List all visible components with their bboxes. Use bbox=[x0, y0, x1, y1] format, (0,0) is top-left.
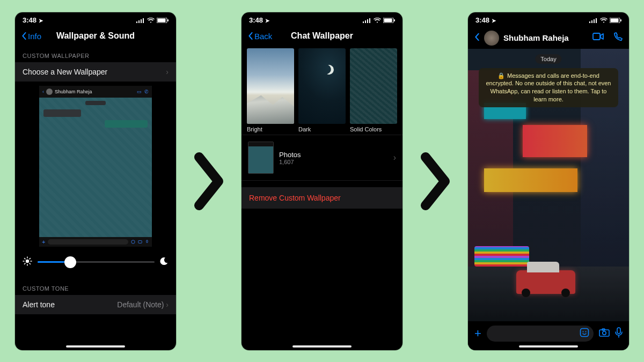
category-thumb bbox=[298, 48, 346, 124]
chevron-right-icon: › bbox=[393, 153, 396, 162]
voice-call-button[interactable] bbox=[613, 32, 623, 44]
slider-thumb[interactable] bbox=[64, 256, 76, 268]
nav-bar: Back Chat Wallpaper bbox=[241, 28, 402, 45]
wallpaper-preview: ‹ Shubham Raheja ▭ ✆ + bbox=[23, 86, 169, 247]
photos-label: Photos bbox=[279, 151, 301, 159]
svg-point-36 bbox=[586, 331, 587, 332]
encryption-notice[interactable]: 🔒Messages and calls are end-to-end encry… bbox=[479, 68, 618, 107]
svg-line-17 bbox=[25, 263, 25, 264]
battery-icon bbox=[610, 18, 621, 23]
alert-tone-row[interactable]: Alert tone Default (Note) › bbox=[15, 295, 176, 314]
camera-icon bbox=[138, 240, 142, 244]
choose-wallpaper-label: Choose a New Wallpaper bbox=[23, 68, 107, 76]
category-thumb bbox=[247, 48, 294, 124]
sun-icon bbox=[23, 256, 32, 268]
wallpaper-category-grid: Bright Dark Solid Colors bbox=[241, 45, 402, 135]
chat-nav-bar: Shubham Raheja bbox=[468, 28, 629, 49]
home-indicator[interactable] bbox=[519, 345, 578, 348]
back-button[interactable] bbox=[474, 33, 480, 43]
sticker-icon bbox=[131, 240, 135, 244]
svg-rect-5 bbox=[158, 18, 166, 22]
camera-button[interactable] bbox=[599, 328, 610, 339]
tutorial-triptych: 3:48 ➤ Info Wallpaper & Sound CUSTOM WAL… bbox=[0, 0, 644, 362]
back-label: Back bbox=[254, 32, 272, 41]
battery-icon bbox=[383, 18, 395, 23]
status-indicators bbox=[589, 18, 621, 23]
category-label: Solid Colors bbox=[350, 126, 397, 132]
preview-body bbox=[39, 98, 152, 237]
status-indicators bbox=[363, 18, 395, 23]
dimming-slider[interactable] bbox=[38, 261, 155, 263]
home-indicator[interactable] bbox=[66, 345, 125, 348]
svg-rect-2 bbox=[141, 19, 142, 23]
location-icon: ➤ bbox=[492, 18, 496, 24]
alert-tone-value: Default (Note) › bbox=[117, 300, 169, 309]
svg-rect-27 bbox=[591, 20, 592, 23]
svg-line-16 bbox=[30, 263, 30, 264]
lock-icon: 🔒 bbox=[497, 72, 505, 79]
back-label: Info bbox=[28, 32, 41, 41]
sticker-button[interactable] bbox=[580, 328, 589, 339]
status-bar: 3:48 ➤ bbox=[241, 12, 402, 28]
chat-preview: ‹ Shubham Raheja ▭ ✆ + bbox=[39, 86, 152, 247]
category-dark[interactable]: Dark bbox=[298, 48, 346, 133]
svg-point-7 bbox=[131, 240, 135, 243]
battery-icon bbox=[157, 18, 169, 23]
svg-rect-29 bbox=[596, 18, 597, 23]
video-icon: ▭ bbox=[137, 89, 142, 94]
alert-tone-label: Alert tone bbox=[23, 300, 55, 309]
signal-icon bbox=[136, 18, 145, 23]
status-time: 3:48 ➤ bbox=[475, 16, 496, 24]
screen-chat-wallpaper: 3:48 ➤ Back Chat Wallpaper Bright Dark bbox=[241, 12, 402, 350]
photos-row[interactable]: Photos 1,607 › bbox=[241, 135, 402, 181]
location-icon: ➤ bbox=[265, 18, 269, 24]
svg-rect-9 bbox=[147, 240, 148, 242]
svg-rect-25 bbox=[394, 19, 395, 21]
back-button[interactable]: Info bbox=[21, 32, 41, 41]
category-solid-colors[interactable]: Solid Colors bbox=[350, 48, 397, 133]
svg-rect-21 bbox=[367, 19, 368, 23]
svg-rect-3 bbox=[143, 18, 144, 23]
screen-chat-with-wallpaper: 3:48 ➤ Shubham Raheja bbox=[468, 12, 629, 350]
message-input[interactable] bbox=[487, 326, 594, 342]
signal-icon bbox=[589, 18, 598, 23]
mic-button[interactable] bbox=[615, 327, 623, 340]
chevron-right-icon: › bbox=[166, 300, 169, 309]
svg-point-10 bbox=[26, 259, 29, 262]
section-header-wallpaper: CUSTOM WALLPAPER bbox=[15, 45, 176, 62]
preview-input-bar: + bbox=[39, 237, 152, 247]
chat-body[interactable]: Today 🔒Messages and calls are end-to-end… bbox=[468, 49, 629, 321]
svg-point-35 bbox=[583, 331, 584, 332]
status-bar: 3:48 ➤ bbox=[468, 12, 629, 28]
status-time: 3:48 ➤ bbox=[249, 16, 269, 24]
svg-rect-19 bbox=[363, 21, 364, 23]
back-button[interactable]: Back bbox=[248, 32, 272, 41]
svg-rect-32 bbox=[620, 19, 621, 21]
svg-rect-24 bbox=[384, 18, 392, 22]
home-indicator[interactable] bbox=[292, 345, 352, 348]
moon-icon bbox=[160, 257, 169, 268]
remove-custom-wallpaper[interactable]: Remove Custom Wallpaper bbox=[241, 187, 402, 209]
contact-name[interactable]: Shubham Raheja bbox=[503, 33, 569, 42]
avatar[interactable] bbox=[484, 31, 499, 46]
svg-rect-40 bbox=[617, 328, 620, 334]
choose-wallpaper-row[interactable]: Choose a New Wallpaper › bbox=[15, 62, 176, 82]
svg-rect-6 bbox=[167, 19, 169, 21]
status-bar: 3:48 ➤ bbox=[15, 12, 176, 28]
arrow-right-icon bbox=[416, 149, 454, 213]
page-title: Chat Wallpaper bbox=[291, 31, 353, 41]
wifi-icon bbox=[600, 18, 608, 23]
video-call-button[interactable] bbox=[592, 32, 604, 44]
svg-rect-26 bbox=[589, 21, 590, 23]
section-header-tone: CUSTOM TONE bbox=[15, 278, 176, 295]
svg-rect-31 bbox=[611, 18, 619, 22]
dimming-slider-row bbox=[15, 252, 176, 275]
location-icon: ➤ bbox=[39, 18, 43, 24]
svg-rect-34 bbox=[581, 328, 589, 336]
svg-rect-28 bbox=[594, 19, 595, 23]
remove-label: Remove Custom Wallpaper bbox=[249, 194, 341, 202]
category-bright[interactable]: Bright bbox=[247, 48, 294, 133]
svg-rect-20 bbox=[365, 20, 366, 23]
attach-button[interactable]: + bbox=[474, 327, 481, 341]
status-time: 3:48 ➤ bbox=[23, 16, 43, 24]
